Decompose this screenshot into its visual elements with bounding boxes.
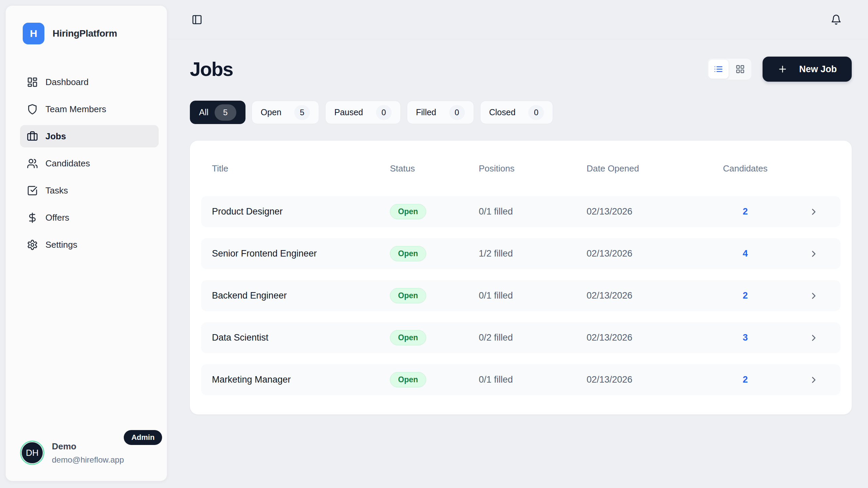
date-opened-cell: 02/13/2026 xyxy=(587,248,694,259)
column-header-title: Title xyxy=(212,163,390,174)
filter-label: All xyxy=(199,107,209,117)
chevron-right-icon xyxy=(809,207,819,217)
app-logo-letter: H xyxy=(30,28,37,39)
row-chevron-button[interactable] xyxy=(807,205,820,218)
row-chevron-button[interactable] xyxy=(807,331,820,344)
plus-icon xyxy=(777,64,788,74)
sidebar-item-settings[interactable]: Settings xyxy=(20,233,159,256)
column-header-positions: Positions xyxy=(479,163,587,174)
new-job-button[interactable]: New Job xyxy=(763,57,852,82)
main-content: Jobs New Job All 5 Open 5 xyxy=(168,40,868,488)
candidates-count[interactable]: 2 xyxy=(743,206,748,217)
status-badge: Open xyxy=(390,246,426,261)
briefcase-icon xyxy=(27,131,38,142)
filter-count: 5 xyxy=(215,104,236,121)
table-body: Product Designer Open 0/1 filled 02/13/2… xyxy=(190,196,852,395)
table-row[interactable]: Backend Engineer Open 0/1 filled 02/13/2… xyxy=(201,280,841,311)
app-logo: H xyxy=(23,23,44,44)
notifications-button[interactable] xyxy=(829,13,843,26)
date-opened-cell: 02/13/2026 xyxy=(587,290,694,301)
row-chevron-button[interactable] xyxy=(807,289,820,302)
table-row[interactable]: Product Designer Open 0/1 filled 02/13/2… xyxy=(201,196,841,227)
candidates-count[interactable]: 3 xyxy=(743,332,748,343)
user-name: Demo xyxy=(52,441,124,452)
table-row[interactable]: Marketing Manager Open 0/1 filled 02/13/… xyxy=(201,364,841,395)
dollar-icon xyxy=(27,212,38,223)
view-toggle xyxy=(707,58,752,80)
chevron-right-icon xyxy=(809,375,819,385)
jobs-table-card: Title Status Positions Date Opened Candi… xyxy=(190,141,852,414)
sidebar-item-label: Tasks xyxy=(45,185,68,196)
date-opened-cell: 02/13/2026 xyxy=(587,374,694,385)
filter-label: Filled xyxy=(416,107,436,117)
positions-cell: 0/1 filled xyxy=(479,290,587,301)
filter-count: 5 xyxy=(294,105,310,120)
candidates-count[interactable]: 2 xyxy=(743,374,748,385)
filter-label: Paused xyxy=(334,107,363,117)
date-opened-cell: 02/13/2026 xyxy=(587,206,694,217)
filter-tab-closed[interactable]: Closed 0 xyxy=(480,101,553,124)
filter-count: 0 xyxy=(528,105,544,120)
sidebar-item-offers[interactable]: Offers xyxy=(20,206,159,229)
chevron-right-icon xyxy=(809,333,819,343)
column-header-candidates: Candidates xyxy=(723,163,768,174)
date-opened-cell: 02/13/2026 xyxy=(587,332,694,343)
user-menu[interactable]: DH Demo demo@hireflow.app Admin xyxy=(6,429,167,481)
filter-label: Closed xyxy=(489,107,516,117)
candidates-count[interactable]: 2 xyxy=(743,290,748,301)
filter-count: 0 xyxy=(376,105,392,120)
job-title-cell: Marketing Manager xyxy=(212,374,390,385)
table-row[interactable]: Senior Frontend Engineer Open 1/2 filled… xyxy=(201,238,841,269)
filter-tab-all[interactable]: All 5 xyxy=(190,101,245,124)
dashboard-icon xyxy=(27,77,38,88)
row-chevron-button[interactable] xyxy=(807,247,820,260)
sidebar-item-tasks[interactable]: Tasks xyxy=(20,179,159,202)
sidebar-item-label: Dashboard xyxy=(45,77,88,87)
filter-tab-open[interactable]: Open 5 xyxy=(252,101,319,124)
list-icon xyxy=(714,64,723,74)
job-title-cell: Senior Frontend Engineer xyxy=(212,248,390,259)
page-title: Jobs xyxy=(190,58,233,80)
row-chevron-button[interactable] xyxy=(807,373,820,386)
filter-tab-filled[interactable]: Filled 0 xyxy=(407,101,474,124)
app-title: HiringPlatform xyxy=(53,28,117,39)
panel-left-icon xyxy=(192,14,202,25)
column-header-date-opened: Date Opened xyxy=(587,163,694,174)
job-title-cell: Product Designer xyxy=(212,206,390,217)
app-brand: H HiringPlatform xyxy=(23,23,167,44)
toggle-sidebar-button[interactable] xyxy=(190,13,204,26)
chevron-right-icon xyxy=(809,291,819,301)
status-badge: Open xyxy=(390,204,426,219)
new-job-label: New Job xyxy=(799,64,837,75)
positions-cell: 0/2 filled xyxy=(479,332,587,343)
sidebar-item-label: Team Members xyxy=(45,104,106,115)
grid-view-button[interactable] xyxy=(730,60,750,79)
sidebar-item-label: Jobs xyxy=(45,131,66,142)
avatar: DH xyxy=(20,441,44,465)
grid-icon xyxy=(735,64,745,74)
sidebar-item-dashboard[interactable]: Dashboard xyxy=(20,71,159,93)
role-badge: Admin xyxy=(124,430,162,445)
user-email: demo@hireflow.app xyxy=(52,455,124,465)
sidebar-item-jobs[interactable]: Jobs xyxy=(20,125,159,147)
shield-icon xyxy=(27,104,38,115)
sidebar-item-label: Offers xyxy=(45,212,69,223)
filter-tab-paused[interactable]: Paused 0 xyxy=(325,101,401,124)
check-square-icon xyxy=(27,185,38,196)
positions-cell: 1/2 filled xyxy=(479,248,587,259)
positions-cell: 0/1 filled xyxy=(479,206,587,217)
topbar xyxy=(168,0,868,39)
sidebar-item-candidates[interactable]: Candidates xyxy=(20,152,159,175)
sidebar: H HiringPlatform Dashboard Team Members … xyxy=(5,5,167,481)
status-filters: All 5 Open 5 Paused 0 Filled 0 Closed 0 xyxy=(190,101,852,124)
table-row[interactable]: Data Scientist Open 0/2 filled 02/13/202… xyxy=(201,322,841,353)
candidates-count[interactable]: 4 xyxy=(743,248,748,259)
sidebar-nav: Dashboard Team Members Jobs Candidates T… xyxy=(20,71,159,256)
users-icon xyxy=(27,158,38,169)
bell-icon xyxy=(831,14,842,25)
positions-cell: 0/1 filled xyxy=(479,374,587,385)
sidebar-item-team-members[interactable]: Team Members xyxy=(20,98,159,120)
chevron-right-icon xyxy=(809,249,819,259)
list-view-button[interactable] xyxy=(708,60,729,79)
status-badge: Open xyxy=(390,372,426,387)
